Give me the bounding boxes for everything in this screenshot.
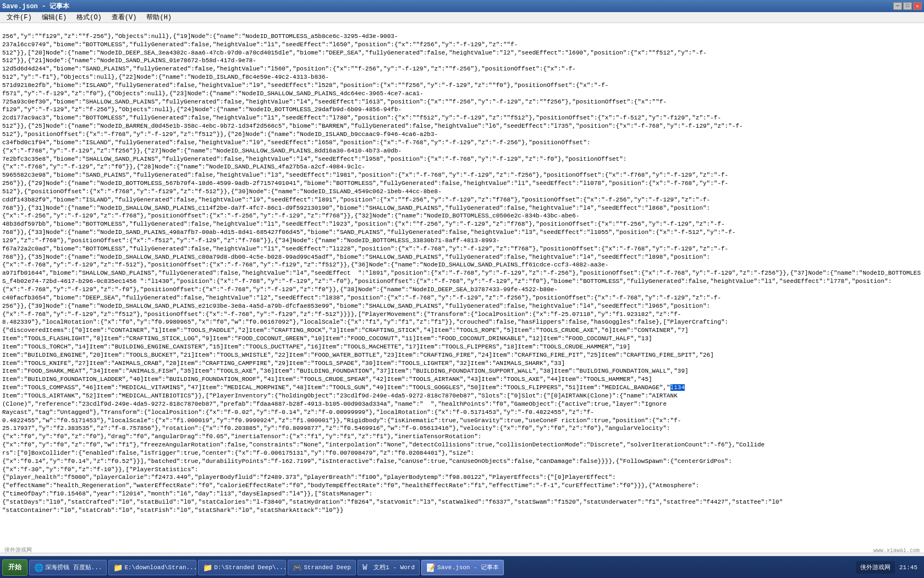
- watermark-left: 侠外游戏网: [4, 546, 32, 554]
- taskbar-right: 侠外游戏网 21:45: [856, 561, 922, 574]
- taskbar-item-5[interactable]: 📝 Save.json - 记事本: [421, 560, 504, 575]
- menu-edit[interactable]: 编辑(E): [37, 12, 72, 23]
- taskbar: 开始 🌐 深海捞钱 百度贴... 📁 E:\download\Stran... …: [0, 556, 924, 578]
- maximize-button[interactable]: □: [903, 2, 912, 10]
- text-body: 256","y":""f129","z":""f-256"},"Objects"…: [2, 33, 921, 391]
- taskbar-label-2: D:\Stranded Deep\...: [214, 564, 286, 571]
- taskbar-icon-4: W: [362, 563, 371, 572]
- taskbar-item-1[interactable]: 📁 E:\download\Stran...: [108, 560, 196, 575]
- taskbar-icon-2: 📁: [203, 563, 212, 572]
- menu-format[interactable]: 格式(O): [72, 12, 106, 23]
- menu-help[interactable]: 帮助(H): [142, 12, 176, 23]
- taskbar-label-3: Stranded Deep: [304, 564, 351, 571]
- text-content[interactable]: 256","y":""f129","z":""f-256"},"Objects"…: [0, 23, 924, 553]
- highlighted-text: l134: [670, 384, 685, 391]
- taskbar-label-1: E:\download\Stran...: [124, 564, 196, 571]
- watermark-right: www.xiawai.com: [873, 548, 920, 554]
- taskbar-item-2[interactable]: 📁 D:\Stranded Deep\...: [198, 560, 286, 575]
- clock: 21:45: [899, 564, 917, 571]
- tray-text: 侠外游戏网: [860, 564, 890, 571]
- menu-bar: 文件(F) 编辑(E) 格式(O) 查看(V) 帮助(H): [0, 12, 924, 23]
- start-button[interactable]: 开始: [2, 559, 28, 576]
- taskbar-icon-5: 📝: [426, 563, 435, 572]
- text-body-continued: Item":"TOOLS_AIRTANK","52]Item":"MEDICAL…: [2, 392, 783, 514]
- window-title: Save.json - 记事本: [2, 2, 69, 11]
- taskbar-item-4[interactable]: W 文档1 - Word: [358, 560, 420, 575]
- start-label: 开始: [8, 563, 21, 572]
- taskbar-item-3[interactable]: 🎮 Stranded Deep: [288, 560, 356, 575]
- clock-time: 21:45: [899, 564, 917, 571]
- window-controls: ─ □ ✕: [893, 2, 922, 10]
- taskbar-label-0: 深海捞钱 百度贴...: [45, 563, 102, 571]
- taskbar-item-0[interactable]: 🌐 深海捞钱 百度贴...: [29, 560, 107, 575]
- taskbar-label-5: Save.json - 记事本: [437, 563, 499, 571]
- taskbar-icon-3: 🎮: [293, 563, 301, 572]
- menu-view[interactable]: 查看(V): [107, 12, 141, 23]
- menu-file[interactable]: 文件(F): [2, 12, 36, 23]
- close-button[interactable]: ✕: [913, 2, 922, 10]
- title-bar: Save.json - 记事本 ─ □ ✕: [0, 0, 924, 12]
- taskbar-icon-0: 🌐: [34, 563, 43, 572]
- tray-area: 侠外游戏网: [856, 561, 895, 574]
- taskbar-icon-1: 📁: [113, 563, 122, 572]
- taskbar-label-4: 文档1 - Word: [373, 563, 415, 571]
- minimize-button[interactable]: ─: [893, 2, 902, 10]
